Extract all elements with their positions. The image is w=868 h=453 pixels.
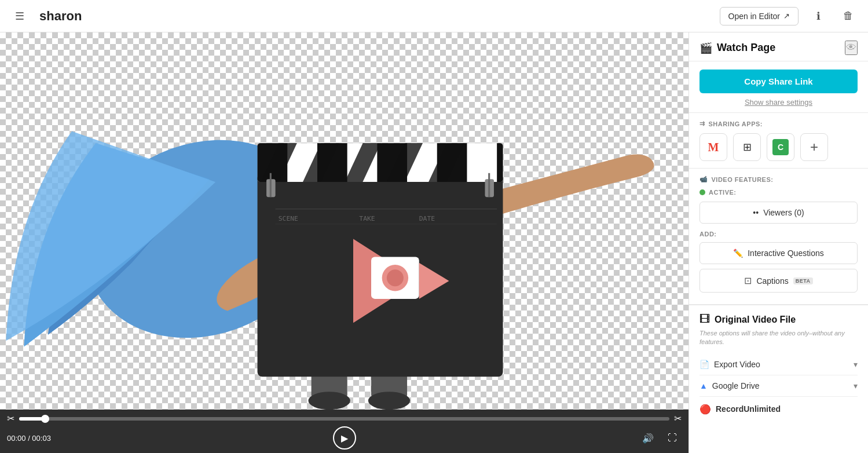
video-features-label: 📹 VIDEO FEATURES: xyxy=(699,176,858,183)
viewers-button[interactable]: •• Viewers (0) xyxy=(699,202,858,224)
open-in-editor-button[interactable]: Open in Editor ↗ xyxy=(720,7,799,25)
svg-point-29 xyxy=(387,269,404,286)
show-share-settings-button[interactable]: Show share settings xyxy=(699,98,858,107)
eye-icon: 👁 xyxy=(846,42,856,53)
progress-bar[interactable] xyxy=(19,417,669,421)
info-button[interactable]: ℹ xyxy=(808,6,829,27)
gmail-share-button[interactable]: M xyxy=(699,133,727,161)
captions-button[interactable]: ⊡ Captions BETA xyxy=(699,269,858,293)
main-layout: SCENE TAKE DATE ✂ ✂ 00:00 / 00:03 ▶ xyxy=(0,32,868,453)
interactive-questions-button[interactable]: ✏️ Interactive Questions xyxy=(699,242,858,264)
original-video-subtitle: These options will share the video only–… xyxy=(699,329,858,347)
external-link-icon: ↗ xyxy=(783,12,790,20)
record-unlimited-label: RecordUnlimited xyxy=(716,404,781,414)
qr-icon: ⊞ xyxy=(743,141,752,154)
google-drive-chevron: ▾ xyxy=(854,381,858,390)
video-canvas: SCENE TAKE DATE xyxy=(0,32,688,410)
svg-text:SCENE: SCENE xyxy=(279,215,298,223)
copy-share-link-button[interactable]: Copy Share Link xyxy=(699,70,858,93)
controls-left: 00:00 / 00:03 xyxy=(7,434,51,443)
record-unlimited-row: 🔴 RecordUnlimited xyxy=(699,397,858,422)
video-section: SCENE TAKE DATE ✂ ✂ 00:00 / 00:03 ▶ xyxy=(0,32,688,453)
cut-left-icon[interactable]: ✂ xyxy=(7,413,14,424)
beta-badge: BETA xyxy=(793,277,813,284)
sharing-apps-section: ⇉ SHARING APPS: M ⊞ C + xyxy=(689,113,868,169)
captions-label: Captions xyxy=(756,276,788,286)
add-sharing-app-button[interactable]: + xyxy=(800,133,828,161)
hamburger-menu-button[interactable]: ☰ xyxy=(9,6,30,27)
viewers-dots-icon: •• xyxy=(753,208,759,217)
watch-page-title-row: 🎬 Watch Page xyxy=(699,42,775,54)
top-bar: ☰ sharon Open in Editor ↗ ℹ 🗑 xyxy=(0,0,868,32)
svg-text:TAKE: TAKE xyxy=(359,215,375,223)
google-classroom-share-button[interactable]: C xyxy=(767,133,794,161)
video-features-icon: 📹 xyxy=(699,176,708,183)
classroom-icon: C xyxy=(772,139,789,155)
play-icon: ▶ xyxy=(341,433,348,444)
svg-point-4 xyxy=(368,392,410,410)
watch-page-header: 🎬 Watch Page 👁 xyxy=(689,32,868,61)
cut-right-icon[interactable]: ✂ xyxy=(674,413,682,424)
volume-button[interactable]: 🔊 xyxy=(639,429,657,447)
active-label: ACTIVE: xyxy=(709,189,737,196)
add-icon: + xyxy=(810,139,818,155)
export-video-left: 📄 Export Video xyxy=(699,360,760,369)
pencil-icon: ✏️ xyxy=(733,249,743,258)
progress-bar-row: ✂ ✂ xyxy=(7,413,682,424)
open-editor-label: Open in Editor xyxy=(728,12,781,21)
google-drive-left: ▲ Google Drive xyxy=(699,381,760,390)
watch-page-icon: 🎬 xyxy=(699,42,712,54)
qr-code-share-button[interactable]: ⊞ xyxy=(733,133,761,161)
original-video-title-row: 🎞 Original Video File xyxy=(699,313,858,326)
delete-icon: 🗑 xyxy=(843,10,854,22)
svg-text:DATE: DATE xyxy=(419,215,435,223)
record-unlimited-icon: 🔴 xyxy=(699,404,711,415)
video-illustration: SCENE TAKE DATE xyxy=(0,32,688,410)
export-video-row[interactable]: 📄 Export Video ▾ xyxy=(699,354,858,375)
video-controls: ✂ ✂ 00:00 / 00:03 ▶ 🔊 xyxy=(0,410,688,453)
progress-thumb xyxy=(41,415,49,423)
share-icon: ⇉ xyxy=(699,120,705,127)
original-video-file-title: Original Video File xyxy=(715,315,796,325)
google-drive-icon: ▲ xyxy=(699,381,708,390)
visibility-toggle-button[interactable]: 👁 xyxy=(845,41,858,55)
film-icon: 🎞 xyxy=(699,313,710,326)
viewers-label: Viewers (0) xyxy=(763,208,804,217)
fullscreen-icon: ⛶ xyxy=(668,433,677,443)
fullscreen-button[interactable]: ⛶ xyxy=(663,429,682,447)
gmail-icon: M xyxy=(708,141,719,154)
sharing-apps-label: ⇉ SHARING APPS: xyxy=(699,120,858,127)
watch-page-title: Watch Page xyxy=(717,42,775,54)
svg-rect-13 xyxy=(497,143,527,182)
delete-button[interactable]: 🗑 xyxy=(838,6,859,27)
active-status-row: ACTIVE: xyxy=(699,189,858,196)
svg-point-3 xyxy=(308,392,350,410)
time-display: 00:00 / 00:03 xyxy=(7,434,51,443)
controls-right: 🔊 ⛶ xyxy=(639,429,682,447)
interactive-questions-label: Interactive Questions xyxy=(748,249,824,258)
google-drive-row[interactable]: ▲ Google Drive ▾ xyxy=(699,375,858,397)
play-button[interactable]: ▶ xyxy=(333,426,356,450)
export-video-chevron: ▾ xyxy=(854,360,858,369)
active-dot xyxy=(699,189,705,195)
google-drive-label: Google Drive xyxy=(712,381,760,390)
video-features-section: 📹 VIDEO FEATURES: ACTIVE: •• Viewers (0)… xyxy=(689,169,868,305)
original-video-section: 🎞 Original Video File These options will… xyxy=(689,305,868,430)
volume-icon: 🔊 xyxy=(642,433,654,444)
cc-icon: ⊡ xyxy=(744,275,752,286)
right-panel: 🎬 Watch Page 👁 Copy Share Link Show shar… xyxy=(688,32,868,453)
info-icon: ℹ xyxy=(816,10,821,23)
controls-row: 00:00 / 00:03 ▶ 🔊 ⛶ xyxy=(7,426,682,450)
sharing-apps-row: M ⊞ C + xyxy=(699,133,858,161)
export-icon: 📄 xyxy=(699,360,709,369)
add-label: ADD: xyxy=(699,231,858,238)
export-video-label: Export Video xyxy=(714,360,760,369)
page-title: sharon xyxy=(39,9,710,24)
copy-share-section: Copy Share Link Show share settings xyxy=(689,61,868,113)
